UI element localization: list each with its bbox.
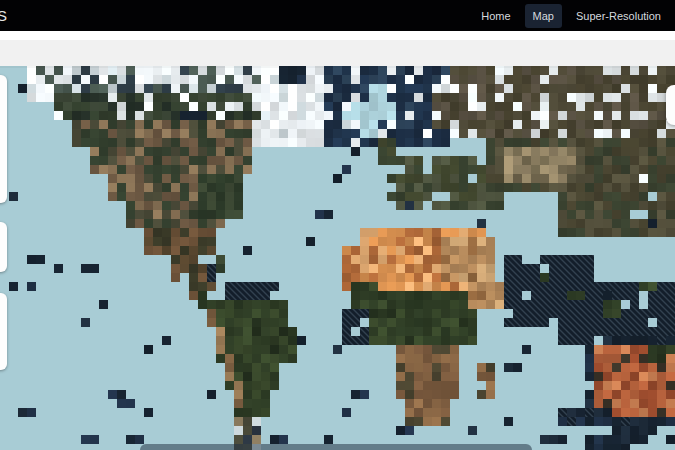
nav-item-map[interactable]: Map [525, 4, 562, 28]
left-panel-fragment[interactable] [0, 293, 7, 370]
subheader-strip [0, 33, 675, 40]
nav-item-home[interactable]: Home [473, 4, 518, 28]
left-panel-fragment[interactable] [0, 222, 7, 272]
right-panel-fragment[interactable] [666, 85, 675, 125]
nav-links: Home Map Super-Resolution [473, 4, 675, 28]
map-viewport [0, 66, 675, 450]
brand-logo[interactable]: S [0, 7, 8, 24]
bottom-toolbar-edge[interactable] [140, 444, 532, 450]
world-satellite-map[interactable] [0, 66, 675, 450]
subheader-background [0, 40, 675, 66]
nav-item-super-resolution[interactable]: Super-Resolution [568, 4, 669, 28]
top-navbar: S Home Map Super-Resolution [0, 0, 675, 32]
left-panel-fragment[interactable] [0, 75, 7, 203]
